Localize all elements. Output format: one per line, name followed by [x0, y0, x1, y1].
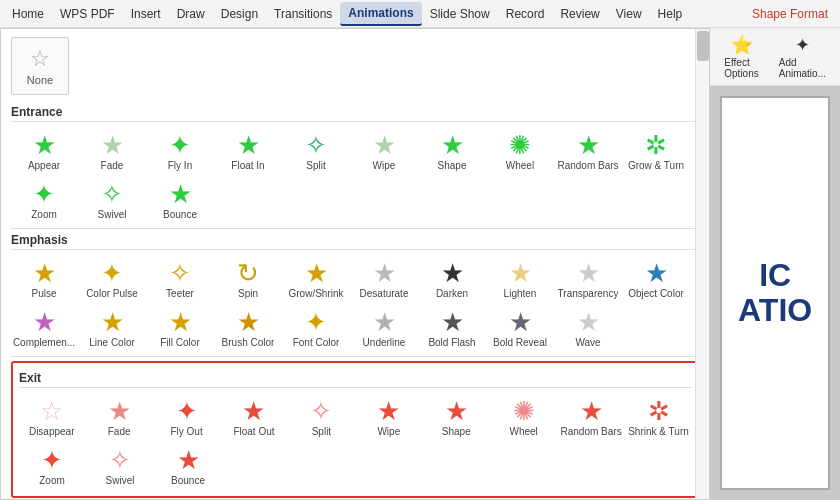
emphasis-desaturate[interactable]: ★Desaturate	[351, 256, 417, 303]
exit-wipe[interactable]: ★Wipe	[356, 394, 421, 441]
add-animation-button[interactable]: ✦ AddAnimatio...	[773, 32, 832, 81]
entrance-floatin[interactable]: ★Float In	[215, 128, 281, 175]
emphasis-growshrink[interactable]: ★Grow/Shrink	[283, 256, 349, 303]
emphasis-wave[interactable]: ★Wave	[555, 305, 621, 352]
entrance-wheel[interactable]: ✺Wheel	[487, 128, 553, 175]
menu-draw[interactable]: Draw	[169, 3, 213, 25]
entrance-zoom[interactable]: ✦Zoom	[11, 177, 77, 224]
menu-wpspdf[interactable]: WPS PDF	[52, 3, 123, 25]
exit-zoom[interactable]: ✦Zoom	[19, 443, 85, 490]
exit-disappear[interactable]: ☆Disappear	[19, 394, 84, 441]
menu-bar: Home WPS PDF Insert Draw Design Transiti…	[0, 0, 840, 28]
shape-label: Shape	[438, 160, 467, 171]
exit-disappear-icon: ☆	[40, 398, 63, 424]
emphasis-objectcolor[interactable]: ★Object Color	[623, 256, 689, 303]
emphasis-spin[interactable]: ↻Spin	[215, 256, 281, 303]
exit-zoom-label: Zoom	[39, 475, 65, 486]
darken-label: Darken	[436, 288, 468, 299]
exit-flyout[interactable]: ✦Fly Out	[154, 394, 219, 441]
pulse-label: Pulse	[31, 288, 56, 299]
fontcolor-icon: ✦	[305, 309, 327, 335]
exit-split[interactable]: ✧Split	[289, 394, 354, 441]
emphasis-boldreveal[interactable]: ★Bold Reveal	[487, 305, 553, 352]
effect-options-label: EffectOptions	[724, 57, 758, 79]
exit-row2: ✦Zoom ✧Swivel ★Bounce	[19, 443, 691, 490]
exit-shrinkturn[interactable]: ✲Shrink & Turn	[626, 394, 691, 441]
emphasis-underline[interactable]: ★Underline	[351, 305, 417, 352]
scrollbar-track[interactable]	[695, 29, 709, 499]
exit-shape-icon: ★	[445, 398, 468, 424]
complemen-icon: ★	[33, 309, 56, 335]
entrance-growturn[interactable]: ✲Grow & Turn	[623, 128, 689, 175]
menu-transitions[interactable]: Transitions	[266, 3, 340, 25]
colorpulse-label: Color Pulse	[86, 288, 138, 299]
menu-shape-format[interactable]: Shape Format	[744, 3, 836, 25]
entrance-swivel[interactable]: ✧Swivel	[79, 177, 145, 224]
zoom-label: Zoom	[31, 209, 57, 220]
emphasis-darken[interactable]: ★Darken	[419, 256, 485, 303]
emphasis-transparency[interactable]: ★Transparency	[555, 256, 621, 303]
entrance-split[interactable]: ✧Split	[283, 128, 349, 175]
emphasis-pulse[interactable]: ★Pulse	[11, 256, 77, 303]
exit-floatout-label: Float Out	[233, 426, 274, 437]
split-icon: ✧	[305, 132, 327, 158]
entrance-appear[interactable]: ★Appear	[11, 128, 77, 175]
entrance-bounce[interactable]: ★Bounce	[147, 177, 213, 224]
emphasis-brushcolor[interactable]: ★Brush Color	[215, 305, 281, 352]
entrance-fade[interactable]: ★Fade	[79, 128, 145, 175]
exit-wheel[interactable]: ✺Wheel	[491, 394, 556, 441]
emphasis-fontcolor[interactable]: ✦Font Color	[283, 305, 349, 352]
exit-shape[interactable]: ★Shape	[424, 394, 489, 441]
menu-record[interactable]: Record	[498, 3, 553, 25]
emphasis-colorpulse[interactable]: ✦Color Pulse	[79, 256, 145, 303]
exit-flyout-icon: ✦	[176, 398, 198, 424]
linecolor-icon: ★	[101, 309, 124, 335]
scrollbar-thumb[interactable]	[697, 31, 709, 61]
fade-label: Fade	[101, 160, 124, 171]
randombars-icon: ★	[577, 132, 600, 158]
menu-help[interactable]: Help	[650, 3, 691, 25]
flyin-icon: ✦	[169, 132, 191, 158]
exit-wipe-icon: ★	[377, 398, 400, 424]
linecolor-label: Line Color	[89, 337, 135, 348]
emphasis-boldflash[interactable]: ★Bold Flash	[419, 305, 485, 352]
growshrink-icon: ★	[305, 260, 328, 286]
exit-wheel-label: Wheel	[509, 426, 537, 437]
wheel-label: Wheel	[506, 160, 534, 171]
exit-bounce[interactable]: ★Bounce	[155, 443, 221, 490]
emphasis-teeter[interactable]: ✧Teeter	[147, 256, 213, 303]
exit-fade-label: Fade	[108, 426, 131, 437]
exit-swivel-icon: ✧	[109, 447, 131, 473]
menu-view[interactable]: View	[608, 3, 650, 25]
entrance-header: Entrance	[11, 105, 699, 122]
menu-insert[interactable]: Insert	[123, 3, 169, 25]
exit-fade[interactable]: ★Fade	[86, 394, 151, 441]
emphasis-lighten[interactable]: ★Lighten	[487, 256, 553, 303]
boldflash-icon: ★	[441, 309, 464, 335]
exit-shrinkturn-icon: ✲	[648, 398, 670, 424]
floatin-label: Float In	[231, 160, 264, 171]
colorpulse-icon: ✦	[101, 260, 123, 286]
emphasis-complemen[interactable]: ★Complemen...	[11, 305, 77, 352]
entrance-flyin[interactable]: ✦Fly In	[147, 128, 213, 175]
none-button[interactable]: ☆ None	[11, 37, 69, 95]
menu-slideshow[interactable]: Slide Show	[422, 3, 498, 25]
boldreveal-label: Bold Reveal	[493, 337, 547, 348]
slide-area: ICATIO	[710, 86, 840, 500]
menu-design[interactable]: Design	[213, 3, 266, 25]
transparency-label: Transparency	[558, 288, 619, 299]
entrance-wipe[interactable]: ★Wipe	[351, 128, 417, 175]
menu-review[interactable]: Review	[552, 3, 607, 25]
effect-options-button[interactable]: ⭐ EffectOptions	[718, 32, 764, 81]
exit-swivel[interactable]: ✧Swivel	[87, 443, 153, 490]
exit-shrinkturn-label: Shrink & Turn	[628, 426, 689, 437]
menu-animations[interactable]: Animations	[340, 2, 421, 26]
boldreveal-icon: ★	[509, 309, 532, 335]
emphasis-linecolor[interactable]: ★Line Color	[79, 305, 145, 352]
entrance-randombars[interactable]: ★Random Bars	[555, 128, 621, 175]
exit-randombars[interactable]: ★Random Bars	[558, 394, 623, 441]
emphasis-fillcolor[interactable]: ★Fill Color	[147, 305, 213, 352]
exit-floatout[interactable]: ★Float Out	[221, 394, 286, 441]
entrance-shape[interactable]: ★Shape	[419, 128, 485, 175]
menu-home[interactable]: Home	[4, 3, 52, 25]
